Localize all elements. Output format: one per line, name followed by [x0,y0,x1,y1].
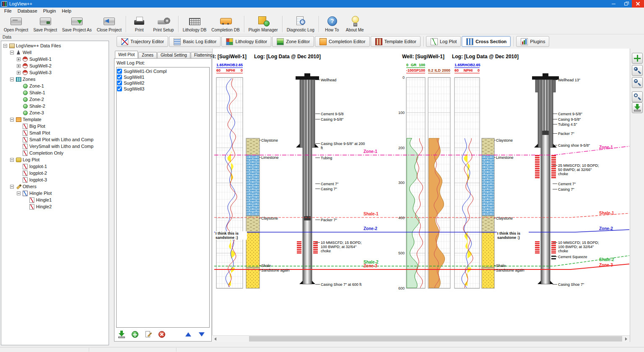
maximize-button[interactable] [620,0,632,8]
tree-item[interactable]: Zone-1 [1,83,109,89]
tree-item[interactable]: Hingle Plot [1,190,109,197]
tree-expander[interactable] [10,118,14,122]
well-plot-list-item[interactable]: SugiWell1 [117,74,209,80]
completion-db-button[interactable]: Completion DB [209,14,242,34]
tree-item[interactable]: logplot-3 [1,176,109,183]
tab-zones[interactable]: Zones [138,52,157,58]
tree-item[interactable]: SugiWell-2 [1,62,109,69]
schematic-annotation: Cement 7" [558,182,618,186]
diagnostic-log-button[interactable]: Diagnostic Log [284,14,317,34]
cross-section-view[interactable]: Well: [SugiWell-1]Log: [Log Data @ Dec 2… [212,49,630,335]
move-up-button[interactable] [183,329,194,339]
well-plot-checkbox[interactable] [117,80,122,85]
well-plot-item-label: SugiWell2 [124,80,144,85]
tab-global-setting[interactable]: Global Setting [157,52,190,58]
well-plot-panel: Well PlotZonesGlobal SettingFlattening W… [114,51,212,342]
tree-item[interactable]: LogView++ Data Files [1,42,109,49]
menu-help[interactable]: Help [59,8,74,14]
tree-item[interactable]: logplot-1 [1,163,109,170]
tree-item[interactable]: Zone-2 [1,96,109,103]
well-plot-checkbox[interactable] [117,75,122,80]
print-button[interactable]: Print [128,14,151,34]
log-plot-button[interactable]: Log Plot [426,36,461,47]
horizontal-scrollbar[interactable] [212,335,630,342]
zone-editor-button[interactable]: Zone Editor [272,36,314,47]
p2-title: Well: [SugiWell-1]Log: [Log Data @ Dec 2… [402,54,519,60]
scroll-left-button[interactable] [212,336,219,342]
fit-view-button[interactable] [632,53,643,64]
tree-expander[interactable] [17,64,21,68]
well-plot-list-item[interactable]: SugiWell1-Ori Compl [117,68,209,74]
tree-expander[interactable] [17,57,21,61]
tree-expander[interactable] [10,185,14,189]
minimize-button[interactable] [608,0,620,8]
move-down-button[interactable] [196,329,207,339]
trajectory-editor-button[interactable]: Trajectory Editor [117,36,168,47]
tree-item[interactable]: Shale-2 [1,103,109,109]
tree-item[interactable]: Small Plot [1,129,109,136]
tree-item[interactable]: Shale-1 [1,89,109,96]
how-to-button[interactable]: How To [321,14,343,34]
menu-file[interactable]: File [1,8,15,14]
tree-item[interactable]: Completion Only [1,150,109,156]
well-plot-checkbox[interactable] [117,69,122,74]
tree-item[interactable]: Well [1,49,109,56]
template-editor-button[interactable]: Template Editor [371,36,421,47]
open-project-button[interactable]: Open Project [1,14,31,34]
export-image-button[interactable] [632,102,643,113]
well-plot-list-item[interactable]: SugiWell3 [117,86,209,92]
tree-expander[interactable] [10,78,14,81]
cross-section-button[interactable]: Cross Section [462,36,511,47]
well-plot-list-item[interactable]: SugiWell2 [117,80,209,86]
delete-plot-button[interactable] [156,329,167,339]
close-project-icon [102,15,116,28]
add-plot-button[interactable] [130,329,140,339]
plugin-manager-icon [256,15,270,28]
tree-expander[interactable] [10,158,14,162]
lithology-editor-button[interactable]: Lithology Editor [221,36,271,47]
plugins-button[interactable]: Plugins [516,36,549,47]
edit-plot-button[interactable] [143,329,154,339]
save-project-button[interactable]: Save Project [31,14,60,34]
lithology-label: Sandstone again [496,268,525,272]
tree-item[interactable]: Hingle2 [1,203,109,210]
menu-database[interactable]: Database [15,8,40,14]
tree-expander[interactable] [10,51,14,54]
tree-item[interactable]: Log Plot [1,156,109,163]
save-project-as-button[interactable]: Save Project As [60,14,94,34]
tree-expander[interactable] [17,192,21,195]
close-project-button[interactable]: Close Project [94,14,124,34]
zoom-reset-button[interactable] [632,91,643,102]
basic-log-editor-button[interactable]: Basic Log Editor [169,36,221,47]
about-me-button[interactable]: About Me [343,14,366,34]
tree-item[interactable]: Small Plot with Litho and Comp [1,136,109,143]
tree-item[interactable]: logplot-2 [1,170,109,176]
zoom-out-button[interactable] [632,77,643,88]
tree-item[interactable]: SugiWell-3 [1,69,109,76]
depth-tick: 200 [390,146,405,150]
tree-item[interactable]: Others [1,183,109,190]
menu-plugin[interactable]: Plugin [40,8,59,14]
tree-item[interactable]: Big Plot [1,123,109,129]
scroll-right-button[interactable] [623,336,630,342]
close-button[interactable] [632,0,644,8]
scrollbar-thumb[interactable] [249,336,622,342]
tree-item[interactable]: Template [1,116,109,123]
tree-item[interactable]: SugiWell-1 [1,56,109,62]
tree-item[interactable]: Hingle1 [1,197,109,203]
tree-expander[interactable] [3,44,7,48]
tree-item[interactable]: Zone-3 [1,109,109,116]
completion-editor-button[interactable]: Completion Editor [315,36,369,47]
lithology-db-button[interactable]: Lithology DB [180,14,209,34]
tree-expander[interactable] [17,71,21,75]
import-plot-button[interactable] [116,329,127,339]
print-setup-button[interactable]: Print Setup [151,14,176,34]
plugin-manager-button[interactable]: Plugin Manager [246,14,280,34]
tree-item[interactable]: VerySmall with Litho and Comp [1,143,109,150]
tree-item-label: LogView++ Data Files [16,43,61,48]
zoom-in-button[interactable] [632,65,643,76]
tab-well-plot[interactable]: Well Plot [115,51,138,58]
tree-item[interactable]: Zones [1,76,109,83]
well-plot-checkbox[interactable] [117,86,122,91]
panel-splitter[interactable] [110,34,113,347]
